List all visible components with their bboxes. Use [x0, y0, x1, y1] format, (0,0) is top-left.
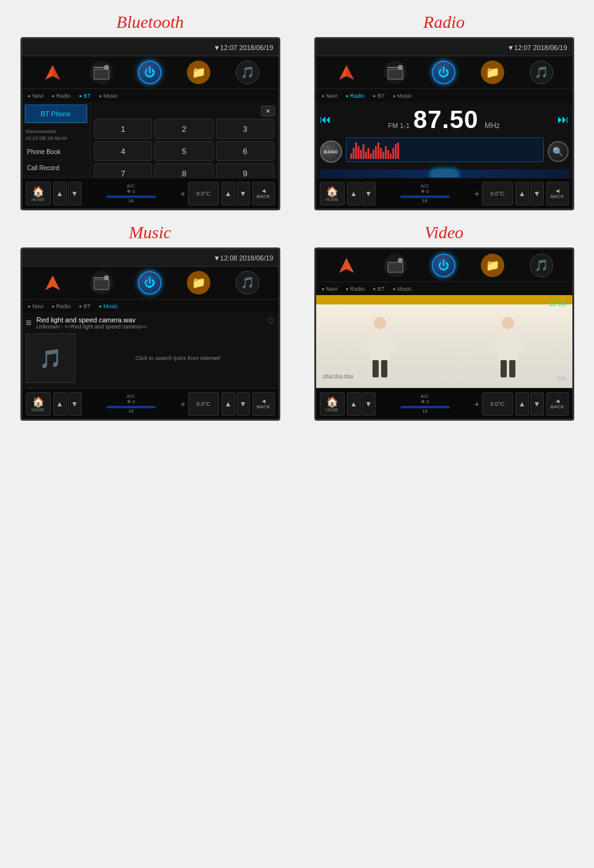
- music-back-button[interactable]: ◀ BACK: [252, 392, 275, 416]
- radio-station-label: FM 1-1: [388, 122, 410, 129]
- bt-menu-phonebook[interactable]: Phone Book: [22, 144, 90, 160]
- tab-bt[interactable]: BT: [75, 92, 94, 100]
- power-icon-item-v[interactable]: ⏻: [425, 254, 462, 277]
- radio-icon-item-v[interactable]: [377, 254, 414, 277]
- tab-navi-r[interactable]: Navi: [319, 92, 342, 100]
- arrow-down-right-m[interactable]: ▼: [236, 392, 250, 416]
- navi-icon-item-r[interactable]: [328, 61, 365, 84]
- tab-music-m[interactable]: Music: [95, 302, 121, 311]
- numpad-5[interactable]: 5: [155, 141, 213, 161]
- power-icon-item-m[interactable]: ⏻: [131, 271, 168, 294]
- arrow-down-right-r[interactable]: ▼: [530, 182, 544, 205]
- numpad-3[interactable]: 3: [216, 119, 275, 139]
- bt-temp-right[interactable]: 0.0°C: [188, 182, 219, 205]
- numpad-6[interactable]: 6: [216, 141, 275, 161]
- heart-icon[interactable]: ♡: [267, 316, 275, 326]
- arrow-up[interactable]: ▲: [53, 182, 67, 205]
- music-icon-item[interactable]: 🎵: [229, 61, 266, 84]
- svg-rect-19: [389, 263, 402, 272]
- radio-icon-item-r[interactable]: [377, 61, 414, 84]
- music-temp-right[interactable]: 0.0°C: [188, 392, 219, 416]
- navi-icon-item-v[interactable]: [328, 254, 365, 277]
- tab-navi[interactable]: Navi: [25, 92, 48, 100]
- arrow-down-m[interactable]: ▼: [68, 392, 82, 416]
- power-icon-item-r[interactable]: ⏻: [425, 61, 462, 84]
- video-frame[interactable]: 12:08 cha cha cha cm: [316, 295, 572, 388]
- tab-navi-m[interactable]: Navi: [25, 302, 48, 311]
- arrow-up-right[interactable]: ▲: [222, 182, 235, 205]
- bt-clear-button[interactable]: ✕: [261, 106, 275, 116]
- radio-icon-item-m[interactable]: [83, 271, 120, 294]
- radio-visualization: [320, 170, 569, 178]
- ac-label-v: A/C: [421, 393, 429, 399]
- plus-r: +: [475, 189, 480, 199]
- folder-icon-item[interactable]: 📁: [180, 61, 217, 84]
- bt-home-button[interactable]: 🏠 HOME: [26, 182, 51, 205]
- music-icon-item-r[interactable]: 🎵: [523, 61, 560, 84]
- video-back-button[interactable]: ◀ BACK: [546, 392, 569, 416]
- radio-temp-right[interactable]: 0.0°C: [482, 182, 513, 205]
- video-temp-right[interactable]: 0.0°C: [482, 392, 513, 416]
- radio-prev-btn[interactable]: ⏮: [320, 113, 331, 126]
- tab-radio-r[interactable]: Radio: [342, 92, 368, 100]
- arrow-down-right-v[interactable]: ▼: [530, 392, 544, 416]
- temp-right-v: 0.0°C: [490, 401, 504, 407]
- folder-icon-item-r[interactable]: 📁: [474, 61, 511, 84]
- arrow-up-r[interactable]: ▲: [347, 182, 361, 205]
- arrow-down-v[interactable]: ▼: [362, 392, 376, 416]
- numpad-1[interactable]: 1: [94, 119, 153, 139]
- tab-music-r[interactable]: Music: [389, 92, 415, 100]
- radio-home-button[interactable]: 🏠 HOME: [320, 182, 345, 205]
- tab-radio-v[interactable]: Radio: [342, 285, 368, 293]
- numpad-8[interactable]: 8: [155, 163, 213, 178]
- navi-icon-item[interactable]: [34, 61, 71, 84]
- arrow-down[interactable]: ▼: [68, 182, 82, 205]
- arrow-up-m[interactable]: ▲: [53, 392, 67, 416]
- nav-arrows-right-v: ▲ ▼: [515, 392, 544, 416]
- music-home-button[interactable]: 🏠 HOME: [26, 392, 51, 416]
- lyrics-area[interactable]: Click to search lyrics from internet!: [82, 333, 275, 383]
- arrow-up-right-m[interactable]: ▲: [222, 392, 235, 416]
- plus-v: +: [475, 399, 480, 409]
- folder-icon-item-m[interactable]: 📁: [180, 271, 217, 294]
- video-main-content: 12:08 cha cha cha cm: [316, 295, 572, 388]
- radio-icon-item[interactable]: [83, 61, 120, 84]
- arrow-up-v[interactable]: ▲: [347, 392, 361, 416]
- arrow-down-r[interactable]: ▼: [362, 182, 376, 205]
- arrow-down-right[interactable]: ▼: [236, 182, 250, 205]
- tab-radio-m[interactable]: Radio: [48, 302, 74, 311]
- scan-button[interactable]: 🔍: [548, 141, 569, 162]
- tab-bt-m[interactable]: BT: [75, 302, 94, 311]
- tab-music-v[interactable]: Music: [389, 285, 415, 293]
- playlist-icon: ≡: [26, 317, 32, 329]
- radio-back-button[interactable]: ◀ BACK: [546, 182, 569, 205]
- music-icon-item-v[interactable]: 🎵: [523, 254, 560, 277]
- bt-phone-button[interactable]: BT Phone: [25, 105, 87, 123]
- bt-menu-callrecord[interactable]: Call Record: [22, 160, 90, 176]
- numpad-7[interactable]: 7: [94, 163, 153, 178]
- radio-next-btn[interactable]: ⏭: [557, 113, 569, 126]
- band-button[interactable]: BAND: [320, 140, 342, 163]
- tab-radio[interactable]: Radio: [48, 92, 74, 100]
- numpad-2[interactable]: 2: [155, 119, 213, 139]
- folder-icon-item-v[interactable]: 📁: [474, 254, 511, 277]
- bottom-row: Music ▼ 12:08 2018/06/19: [12, 223, 582, 421]
- music-icon-item-m[interactable]: 🎵: [229, 271, 266, 294]
- radio-nav-icons: ⏻ 📁 🎵: [316, 56, 572, 88]
- tab-bt-r[interactable]: BT: [369, 92, 388, 100]
- bt-status: Disconnected 22:22:DE:28:58:00: [22, 126, 90, 144]
- tab-navi-v[interactable]: Navi: [319, 285, 342, 293]
- svg-marker-12: [45, 275, 60, 290]
- video-home-button[interactable]: 🏠 HOME: [320, 392, 345, 416]
- arrow-up-right-r[interactable]: ▲: [515, 182, 529, 205]
- navi-icon-item-m[interactable]: [34, 271, 71, 294]
- numpad-4[interactable]: 4: [94, 141, 153, 161]
- numpad-9[interactable]: 9: [216, 163, 275, 178]
- power-icon-item[interactable]: ⏻: [131, 61, 168, 84]
- arrow-up-right-v[interactable]: ▲: [515, 392, 529, 416]
- tab-bt-v[interactable]: BT: [369, 285, 388, 293]
- album-art[interactable]: 🎵: [26, 333, 75, 383]
- tab-music[interactable]: Music: [95, 92, 121, 100]
- bt-back-button[interactable]: ◀ BACK: [252, 182, 275, 205]
- svg-point-15: [104, 275, 109, 280]
